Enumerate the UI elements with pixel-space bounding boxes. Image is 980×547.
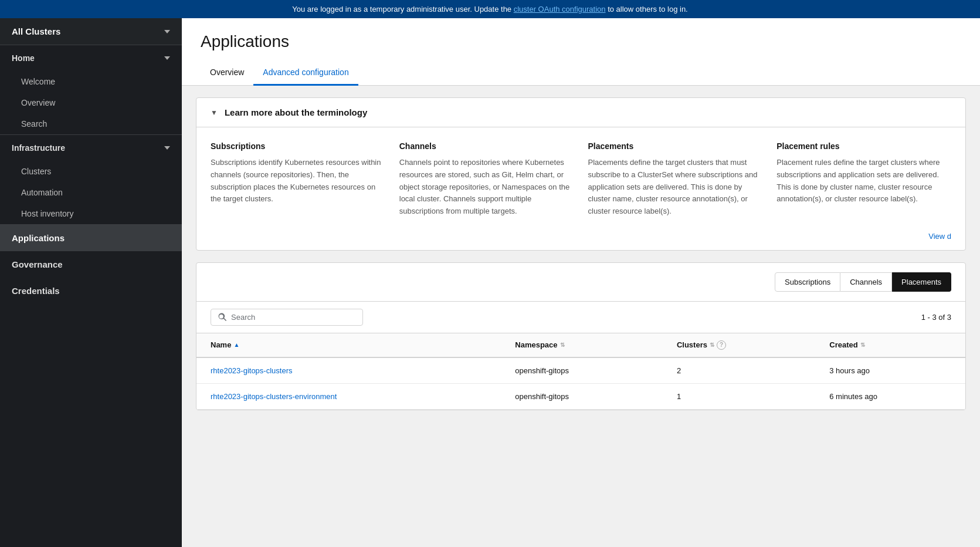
tab-advanced-configuration[interactable]: Advanced configuration <box>253 60 358 86</box>
sidebar-section-home-header[interactable]: Home <box>0 45 182 71</box>
cell-created-0: 3 hours ago <box>815 357 965 384</box>
infrastructure-section-chevron-icon <box>164 146 170 150</box>
clusters-help-icon[interactable]: ? <box>717 340 726 350</box>
sidebar-item-overview[interactable]: Overview <box>0 92 182 113</box>
tab-button-channels[interactable]: Channels <box>840 272 892 292</box>
sidebar-section-infrastructure-header[interactable]: Infrastructure <box>0 135 182 161</box>
cluster-selector-label: All Clusters <box>12 26 60 36</box>
tab-button-subscriptions[interactable]: Subscriptions <box>775 272 840 292</box>
namespace-sort-icon[interactable]: ⇅ <box>560 342 565 348</box>
cell-created-1: 6 minutes ago <box>815 383 965 409</box>
sidebar-item-host-inventory[interactable]: Host inventory <box>0 203 182 224</box>
col-header-name: Name ▲ <box>196 333 501 357</box>
sidebar-item-search[interactable]: Search <box>0 113 182 134</box>
table-tab-group: Subscriptions Channels Placements <box>775 272 951 292</box>
sidebar-item-clusters[interactable]: Clusters <box>0 161 182 182</box>
terminology-grid: Subscriptions Subscriptions identify Kub… <box>196 127 965 232</box>
terminology-title: Learn more about the terminology <box>225 107 367 117</box>
term-card-placements: Placements Placements define the target … <box>588 141 763 218</box>
terminology-chevron-icon: ▼ <box>211 109 218 117</box>
sidebar-section-home-label: Home <box>12 53 35 63</box>
term-title-placements: Placements <box>588 141 763 151</box>
table-search-bar: 1 - 3 of 3 <box>196 302 965 333</box>
cluster-selector[interactable]: All Clusters <box>0 18 182 45</box>
terminology-section: ▼ Learn more about the terminology Subsc… <box>196 97 966 251</box>
sidebar: All Clusters Home Welcome Overview Searc… <box>0 18 182 547</box>
term-card-subscriptions: Subscriptions Subscriptions identify Kub… <box>211 141 385 218</box>
sidebar-item-credentials[interactable]: Credentials <box>0 278 182 304</box>
table-header-row: Name ▲ Namespace ⇅ <box>196 333 965 357</box>
page-header: Applications Overview Advanced configura… <box>182 18 980 86</box>
top-banner: You are logged in as a temporary adminis… <box>0 0 980 18</box>
cell-clusters-0: 2 <box>663 357 815 384</box>
cluster-selector-chevron-icon <box>164 30 170 33</box>
sidebar-item-applications[interactable]: Applications <box>0 225 182 251</box>
term-desc-subscriptions: Subscriptions identify Kubernetes resour… <box>211 157 385 205</box>
table-row: rhte2023-gitops-clusters-environment ope… <box>196 383 965 409</box>
term-desc-placement-rules: Placement rules define the target cluste… <box>776 157 951 205</box>
row-link-0[interactable]: rhte2023-gitops-clusters <box>211 366 292 375</box>
term-card-channels: Channels Channels point to repositories … <box>399 141 574 218</box>
search-input[interactable] <box>231 313 355 322</box>
terminology-toggle[interactable]: ▼ Learn more about the terminology <box>196 98 965 127</box>
cell-name-1: rhte2023-gitops-clusters-environment <box>196 383 501 409</box>
cell-namespace-0: openshift-gitops <box>501 357 663 384</box>
term-card-placement-rules: Placement rules Placement rules define t… <box>776 141 951 218</box>
cell-namespace-1: openshift-gitops <box>501 383 663 409</box>
tab-bar: Overview Advanced configuration <box>201 60 961 85</box>
clusters-sort-icon[interactable]: ⇅ <box>710 342 714 348</box>
main-content: Applications Overview Advanced configura… <box>182 18 980 547</box>
created-sort-icon[interactable]: ⇅ <box>860 342 865 348</box>
term-desc-placements: Placements define the target clusters th… <box>588 157 763 218</box>
tab-content: ▼ Learn more about the terminology Subsc… <box>182 97 980 410</box>
sidebar-section-infrastructure-label: Infrastructure <box>12 143 65 153</box>
table-row: rhte2023-gitops-clusters openshift-gitop… <box>196 357 965 384</box>
name-sort-icon[interactable]: ▲ <box>233 342 239 348</box>
sidebar-section-home: Home Welcome Overview Search <box>0 45 182 135</box>
term-title-placement-rules: Placement rules <box>776 141 951 151</box>
table-section: Subscriptions Channels Placements 1 - 3 … <box>196 262 966 410</box>
term-title-subscriptions: Subscriptions <box>211 141 385 151</box>
sidebar-item-governance[interactable]: Governance <box>0 251 182 278</box>
page-title: Applications <box>201 32 961 51</box>
home-section-chevron-icon <box>164 56 170 60</box>
sidebar-item-welcome[interactable]: Welcome <box>0 71 182 92</box>
tab-button-placements[interactable]: Placements <box>892 272 951 292</box>
table-tab-toolbar: Subscriptions Channels Placements <box>196 263 965 302</box>
col-header-clusters: Clusters ⇅ ? <box>663 333 815 357</box>
placements-table: Name ▲ Namespace ⇅ <box>196 333 965 410</box>
term-desc-channels: Channels point to repositories where Kub… <box>399 157 574 218</box>
row-link-1[interactable]: rhte2023-gitops-clusters-environment <box>211 392 337 401</box>
cell-name-0: rhte2023-gitops-clusters <box>196 357 501 384</box>
sidebar-item-automation[interactable]: Automation <box>0 182 182 203</box>
search-icon <box>218 313 226 321</box>
tab-overview[interactable]: Overview <box>201 60 253 86</box>
col-header-created: Created ⇅ <box>815 333 965 357</box>
term-title-channels: Channels <box>399 141 574 151</box>
search-input-wrap[interactable] <box>211 309 363 326</box>
banner-link[interactable]: cluster OAuth configuration <box>514 5 606 13</box>
banner-text-after: to allow others to log in. <box>608 5 688 13</box>
cell-clusters-1: 1 <box>663 383 815 409</box>
col-header-namespace: Namespace ⇅ <box>501 333 663 357</box>
view-more-link[interactable]: View d <box>196 232 965 250</box>
sidebar-section-infrastructure: Infrastructure Clusters Automation Host … <box>0 135 182 225</box>
banner-text: You are logged in as a temporary adminis… <box>292 5 513 13</box>
pagination-info: 1 - 3 of 3 <box>921 313 951 322</box>
